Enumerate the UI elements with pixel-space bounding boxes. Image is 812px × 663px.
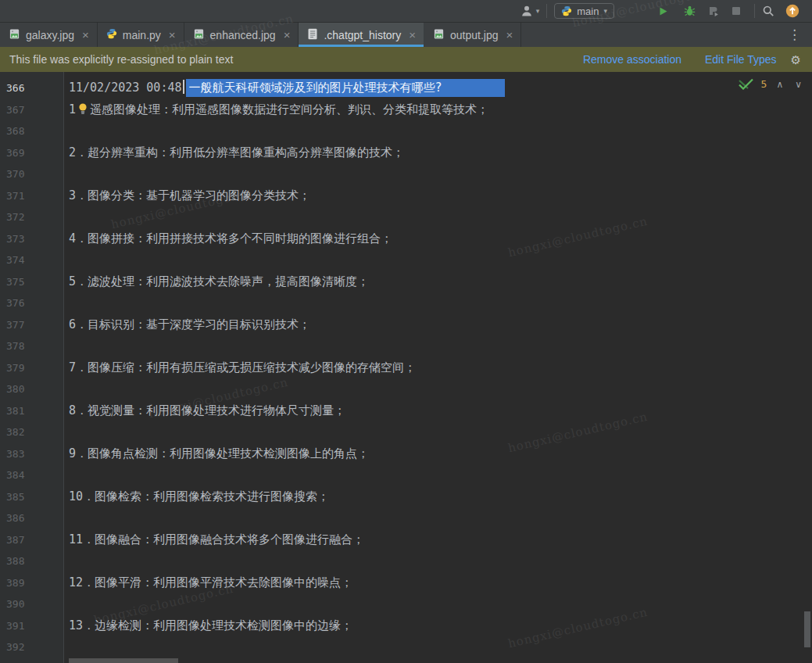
- line-row[interactable]: 3671遥感图像处理：利用遥感图像数据进行空间分析、判识、分类和提取等技术；: [0, 99, 812, 121]
- line-number: 376: [0, 292, 64, 314]
- line-row[interactable]: 3839．图像角点检测：利用图像处理技术检测图像上的角点；: [0, 443, 812, 465]
- line-row[interactable]: 368: [0, 120, 812, 142]
- line-number: 390: [0, 593, 64, 615]
- intention-bulb-icon[interactable]: [77, 101, 88, 123]
- line-row[interactable]: 374: [0, 249, 812, 271]
- line-text: 2．超分辨率重构：利用低分辨率图像重构高分辨率图像的技术；: [64, 145, 404, 159]
- line-row[interactable]: 372: [0, 206, 812, 228]
- line-text: [64, 468, 69, 482]
- line-number: 383: [0, 443, 64, 465]
- close-icon[interactable]: ×: [169, 29, 176, 41]
- text-segment: 11．图像融合：利用图像融合技术将多个图像进行融合；: [69, 532, 364, 547]
- inspection-widget[interactable]: 5 ∧ ∨: [738, 78, 804, 90]
- line-row[interactable]: 3713．图像分类：基于机器学习的图像分类技术；: [0, 185, 812, 207]
- text-segment: 7．图像压缩：利用有损压缩或无损压缩技术减少图像的存储空间；: [69, 360, 416, 375]
- tabs-container: galaxy.jpg×main.py×enhanced.jpg×.chatgpt…: [0, 23, 521, 47]
- user-icon: [520, 5, 534, 17]
- line-row[interactable]: [0, 658, 812, 663]
- text-segment: 10．图像检索：利用图像检索技术进行图像搜索；: [69, 489, 329, 504]
- tab-main.py[interactable]: main.py×: [98, 23, 184, 47]
- line-text: 11/02/2023 00:48一般航天科研领域涉及到的图片处理技术有哪些?: [64, 81, 505, 95]
- selection-highlight: 一般航天科研领域涉及到的图片处理技术有哪些?: [186, 79, 505, 97]
- line-row[interactable]: 38912．图像平滑：利用图像平滑技术去除图像中的噪点；: [0, 572, 812, 594]
- coverage-icon: [708, 5, 719, 16]
- line-text: [64, 339, 69, 353]
- line-text: 3．图像分类：基于机器学习的图像分类技术；: [64, 188, 310, 202]
- prev-problem-button[interactable]: ∧: [774, 79, 785, 90]
- line-row[interactable]: 386: [0, 507, 812, 529]
- line-number: 366: [0, 77, 64, 99]
- tab-galaxy.jpg[interactable]: galaxy.jpg×: [0, 23, 98, 47]
- search-everywhere-button[interactable]: [762, 5, 774, 17]
- line-row[interactable]: 376: [0, 292, 812, 314]
- line-number: 391: [0, 615, 64, 637]
- problem-count: 5: [761, 78, 767, 90]
- line-row[interactable]: 3692．超分辨率重构：利用低分辨率图像重构高分辨率图像的技术；: [0, 142, 812, 164]
- line-row[interactable]: 38711．图像融合：利用图像融合技术将多个图像进行融合；: [0, 529, 812, 551]
- line-row[interactable]: 382: [0, 421, 812, 443]
- edit-file-types-link[interactable]: Edit File Types: [705, 53, 777, 66]
- line-text: [64, 253, 69, 267]
- line-row[interactable]: 390: [0, 593, 812, 615]
- line-row[interactable]: 392: [0, 636, 812, 658]
- line-text: [64, 296, 69, 310]
- editor-lines: 36611/02/2023 00:48一般航天科研领域涉及到的图片处理技术有哪些…: [0, 72, 812, 663]
- editor[interactable]: 36611/02/2023 00:48一般航天科研领域涉及到的图片处理技术有哪些…: [0, 72, 812, 663]
- user-menu-button[interactable]: ▾: [520, 5, 540, 17]
- toolbar-separator: [546, 4, 547, 18]
- plain-text-banner: This file was explicitly re-assigned to …: [0, 47, 812, 72]
- close-icon[interactable]: ×: [409, 29, 416, 41]
- close-icon[interactable]: ×: [82, 29, 89, 41]
- line-number: 388: [0, 550, 64, 572]
- inspections-ok-icon[interactable]: [738, 78, 754, 90]
- line-row[interactable]: 38510．图像检索：利用图像检索技术进行图像搜索；: [0, 486, 812, 508]
- line-row[interactable]: 388: [0, 550, 812, 572]
- line-text: [64, 597, 69, 611]
- line-row[interactable]: 380: [0, 378, 812, 400]
- line-row[interactable]: 3734．图像拼接：利用拼接技术将多个不同时期的图像进行组合；: [0, 228, 812, 250]
- line-row[interactable]: 370: [0, 163, 812, 185]
- line-number: 374: [0, 249, 64, 271]
- tab-enhanced.jpg[interactable]: enhanced.jpg×: [184, 23, 299, 47]
- line-row[interactable]: 378: [0, 335, 812, 357]
- line-number: 375: [0, 271, 64, 293]
- line-row[interactable]: 3755．滤波处理：利用滤波技术去除噪声，提高图像清晰度；: [0, 271, 812, 293]
- update-button[interactable]: [785, 4, 799, 18]
- line-text: 9．图像角点检测：利用图像处理技术检测图像上的角点；: [64, 446, 369, 461]
- scrollbar-thumb[interactable]: [804, 611, 810, 647]
- tab-label: enhanced.jpg: [210, 29, 276, 41]
- next-problem-button[interactable]: ∨: [792, 79, 804, 90]
- line-text: 4．图像拼接：利用拼接技术将多个不同时期的图像进行组合；: [64, 231, 392, 245]
- line-row[interactable]: 384: [0, 464, 812, 486]
- line-number: 387: [0, 529, 64, 551]
- line-row[interactable]: 3797．图像压缩：利用有损压缩或无损压缩技术减少图像的存储空间；: [0, 357, 812, 379]
- line-text: [64, 425, 69, 439]
- line-number: 392: [0, 636, 64, 658]
- kebab-menu-icon: ⋮: [788, 27, 801, 43]
- run-config-selector[interactable]: main ▾: [554, 3, 614, 19]
- run-button[interactable]: [658, 6, 668, 16]
- remove-association-link[interactable]: Remove association: [583, 53, 681, 66]
- close-icon[interactable]: ×: [284, 29, 291, 41]
- coverage-button: [708, 5, 719, 16]
- line-row[interactable]: 36611/02/2023 00:48一般航天科研领域涉及到的图片处理技术有哪些…: [0, 77, 812, 99]
- stop-icon: [732, 6, 741, 16]
- line-text: [64, 511, 69, 525]
- text-segment: 4．图像拼接：利用拼接技术将多个不同时期的图像进行组合；: [69, 231, 392, 245]
- text-file-icon: [307, 28, 318, 42]
- gear-icon[interactable]: ⚙: [791, 54, 801, 66]
- line-number: 380: [0, 378, 64, 400]
- chevron-down-icon: ▾: [603, 8, 607, 15]
- line-row[interactable]: 3818．视觉测量：利用图像处理技术进行物体尺寸测量；: [0, 400, 812, 422]
- line-row[interactable]: 39113．边缘检测：利用图像处理技术检测图像中的边缘；: [0, 615, 812, 637]
- text-segment: 8．视觉测量：利用图像处理技术进行物体尺寸测量；: [69, 403, 345, 418]
- debug-button[interactable]: [684, 5, 696, 16]
- tab-.chatgpt_history[interactable]: .chatgpt_history×: [299, 23, 424, 47]
- debug-icon: [684, 5, 696, 16]
- tab-output.jpg[interactable]: output.jpg×: [424, 23, 521, 47]
- line-number: 377: [0, 314, 64, 336]
- tab-label: galaxy.jpg: [26, 29, 74, 41]
- close-icon[interactable]: ×: [506, 29, 513, 41]
- tab-options-button[interactable]: ⋮: [777, 23, 812, 47]
- line-row[interactable]: 3776．目标识别：基于深度学习的目标识别技术；: [0, 314, 812, 336]
